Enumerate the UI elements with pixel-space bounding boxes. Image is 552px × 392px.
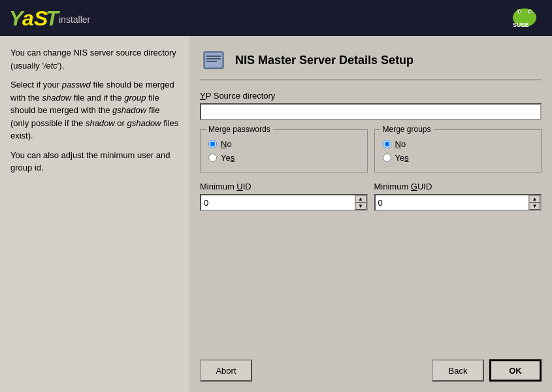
- left-panel: You can change NIS server source directo…: [0, 36, 189, 392]
- min-guid-label: Minimum GUID: [374, 182, 542, 191]
- svg-point-10: [519, 11, 520, 12]
- yp-source-field: YP Source directory: [200, 91, 542, 120]
- page-title: NIS Master Server Details Setup: [235, 54, 414, 67]
- main-content: You can change NIS server source directo…: [0, 36, 552, 392]
- merge-passwords-yes-option: Yes: [208, 153, 359, 163]
- yp-source-label: YP Source directory: [200, 91, 542, 101]
- svg-rect-17: [206, 61, 217, 62]
- suse-logo-svg: SUSE: [505, 3, 544, 31]
- min-uid-spinner: ▲ ▼: [200, 194, 368, 211]
- help-paragraph-2: Select if your passwd file should be mer…: [10, 78, 179, 142]
- right-panel: NIS Master Server Details Setup YP Sourc…: [189, 36, 552, 392]
- svg-text:SUSE: SUSE: [513, 22, 529, 28]
- merge-groups-no-label[interactable]: No: [395, 139, 406, 149]
- title-bar: NIS Master Server Details Setup: [200, 46, 542, 80]
- merge-groups-no-radio[interactable]: [383, 140, 391, 148]
- form-area: YP Source directory Merge passwords No: [200, 91, 542, 353]
- back-button[interactable]: Back: [432, 359, 484, 382]
- merge-passwords-legend: Merge passwords: [206, 125, 273, 134]
- merge-groups-legend: Merge groups: [380, 125, 434, 134]
- min-uid-input[interactable]: [201, 195, 355, 210]
- suse-logo: SUSE: [505, 3, 544, 33]
- min-guid-down-button[interactable]: ▼: [529, 203, 540, 210]
- merge-passwords-yes-radio[interactable]: [208, 154, 217, 162]
- yp-source-input[interactable]: [200, 103, 542, 120]
- min-uid-buttons: ▲ ▼: [355, 195, 366, 210]
- merge-groups-yes-label[interactable]: Yes: [395, 153, 409, 163]
- bottom-bar: Abort Back OK: [200, 353, 542, 382]
- min-guid-buttons: ▲ ▼: [528, 195, 540, 210]
- merge-passwords-group: Merge passwords No Yes: [200, 129, 368, 172]
- min-uid-up-button[interactable]: ▲: [355, 195, 366, 203]
- min-uid-label: Minimum UID: [200, 182, 368, 191]
- ok-button[interactable]: OK: [489, 359, 542, 382]
- left-buttons: Abort: [200, 359, 252, 382]
- svg-text:a: a: [22, 7, 34, 30]
- right-buttons: Back OK: [432, 359, 542, 382]
- merge-passwords-yes-label[interactable]: Yes: [221, 153, 235, 163]
- min-guid-spinner: ▲ ▼: [374, 194, 542, 211]
- svg-rect-14: [205, 53, 222, 67]
- svg-rect-15: [206, 56, 221, 57]
- merge-groups-group: Merge groups No Yes: [374, 129, 542, 172]
- min-uid-field: Minimum UID ▲ ▼: [200, 182, 368, 211]
- min-guid-input[interactable]: [376, 195, 529, 210]
- min-guid-up-button[interactable]: ▲: [529, 195, 540, 203]
- min-uid-down-button[interactable]: ▼: [355, 203, 366, 210]
- radio-groups-row: Merge passwords No Yes: [200, 129, 542, 172]
- svg-point-11: [529, 11, 530, 12]
- svg-text:installer: installer: [59, 14, 91, 25]
- spinners-row: Minimum UID ▲ ▼ Minimum GUID: [200, 182, 542, 211]
- merge-groups-no-option: No: [383, 139, 534, 149]
- svg-text:T: T: [46, 7, 60, 30]
- merge-groups-yes-radio[interactable]: [383, 154, 391, 162]
- server-icon: [200, 46, 227, 74]
- abort-button[interactable]: Abort: [200, 359, 252, 382]
- help-paragraph-1: You can change NIS server source directo…: [10, 46, 179, 72]
- yast-logo-svg: Y a S T installer: [8, 6, 93, 31]
- merge-passwords-no-label[interactable]: No: [221, 139, 232, 149]
- svg-rect-16: [206, 58, 221, 59]
- yast-logo: Y a S T installer: [8, 6, 93, 31]
- merge-groups-yes-option: Yes: [383, 153, 534, 163]
- header: Y a S T installer SUSE: [0, 0, 552, 36]
- merge-passwords-no-option: No: [208, 139, 359, 149]
- merge-passwords-no-radio[interactable]: [208, 140, 217, 148]
- min-guid-field: Minimum GUID ▲ ▼: [374, 182, 542, 211]
- help-paragraph-3: You can also adjust the minimum user and…: [10, 149, 179, 174]
